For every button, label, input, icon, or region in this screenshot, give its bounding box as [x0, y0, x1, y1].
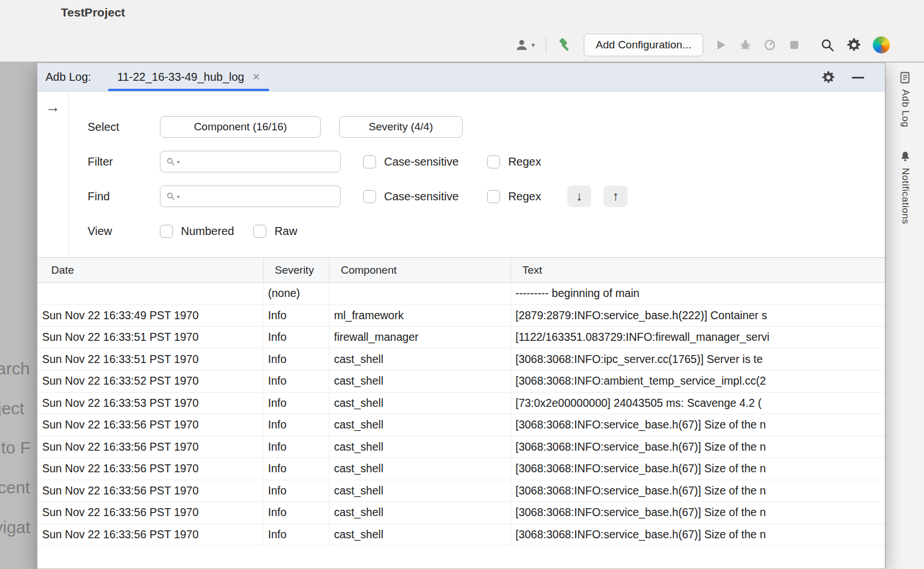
cell-severity: Info [263, 436, 329, 458]
cell-date: Sun Nov 22 16:33:53 PST 1970 [38, 393, 263, 414]
table-row[interactable]: Sun Nov 22 16:33:56 PST 1970Infocast_she… [38, 502, 885, 524]
filter-form: Select Component (16/16) Severity (4/4) … [69, 92, 885, 257]
cell-severity: Info [263, 349, 329, 370]
column-header-component[interactable]: Component [329, 258, 511, 282]
search-icon [820, 38, 835, 53]
settings-button[interactable] [846, 37, 862, 53]
raw-checkbox[interactable] [253, 225, 266, 238]
table-row[interactable]: Sun Nov 22 16:33:51 PST 1970Infocast_she… [38, 349, 885, 371]
cell-component: cast_shell [329, 436, 511, 458]
chevron-down-icon[interactable]: ▾ [177, 193, 180, 200]
toolbar-divider [546, 36, 546, 53]
user-icon [514, 38, 529, 52]
filter-section: → Select Component (16/16) Severity (4/4… [38, 92, 885, 258]
find-next-button[interactable]: ↓ [567, 185, 591, 207]
cell-date [38, 283, 263, 304]
titlebar: TestProject ▾ Add Configuration... [0, 0, 924, 62]
filter-case-sensitive-checkbox[interactable] [363, 155, 376, 168]
column-header-text[interactable]: Text [511, 258, 885, 282]
log-tab[interactable]: 11-22_16-33-49_hub_log ✕ [108, 63, 269, 91]
cell-component: firewall_manager [329, 327, 511, 348]
severity-filter-button[interactable]: Severity (4/4) [339, 116, 463, 138]
cell-severity: Info [263, 502, 329, 523]
arrow-up-icon: ↑ [612, 189, 618, 204]
table-row[interactable]: Sun Nov 22 16:33:51 PST 1970Infofirewall… [38, 327, 885, 349]
cell-severity: (none) [263, 283, 329, 304]
table-row[interactable]: Sun Nov 22 16:33:56 PST 1970Infocast_she… [38, 458, 885, 480]
case-sensitive-label: Case-sensitive [384, 190, 459, 203]
cell-date: Sun Nov 22 16:33:56 PST 1970 [38, 502, 263, 523]
cell-component: ml_framework [329, 305, 511, 327]
cell-text: [3068:3068:INFO:service_base.h(67)] Size… [511, 502, 885, 523]
table-row[interactable]: Sun Nov 22 16:33:53 PST 1970Infocast_she… [38, 393, 885, 415]
tool-button-label: Notifications [900, 168, 911, 224]
component-filter-button[interactable]: Component (16/16) [160, 116, 321, 138]
filter-regex-checkbox[interactable] [487, 155, 500, 168]
assistant-button[interactable] [873, 36, 890, 53]
cell-severity: Info [263, 524, 329, 546]
colorful-logo-icon [873, 36, 890, 53]
find-case-sensitive-group: Case-sensitive [363, 190, 459, 203]
cell-severity: Info [263, 370, 329, 392]
background-text-fragment: vigat [0, 518, 30, 537]
cell-component: cast_shell [329, 393, 511, 414]
user-profile-button[interactable]: ▾ [514, 38, 535, 52]
find-case-sensitive-checkbox[interactable] [363, 190, 376, 203]
background-text-fragment: ject [0, 399, 24, 418]
cell-component: cast_shell [329, 370, 511, 392]
case-sensitive-label: Case-sensitive [384, 155, 459, 168]
filter-case-sensitive-group: Case-sensitive [363, 155, 459, 168]
panel-title: Adb Log: [46, 71, 91, 84]
table-row[interactable]: Sun Nov 22 16:33:56 PST 1970Infocast_she… [38, 480, 885, 502]
log-table-body: (none)--------- beginning of mainSun Nov… [38, 283, 885, 568]
find-input[interactable] [185, 190, 336, 203]
find-previous-button[interactable]: ↑ [604, 185, 628, 207]
table-row[interactable]: Sun Nov 22 16:33:56 PST 1970Infocast_she… [38, 524, 885, 546]
table-row[interactable]: Sun Nov 22 16:33:49 PST 1970Infoml_frame… [38, 305, 885, 327]
raw-group: Raw [253, 225, 297, 238]
cell-text: [2879:2879:INFO:service_base.h(222)] Con… [511, 305, 885, 327]
numbered-group: Numbered [160, 225, 234, 238]
tool-button-notifications[interactable]: Notifications [899, 150, 911, 224]
cell-component: cast_shell [329, 524, 511, 546]
add-configuration-button[interactable]: Add Configuration... [584, 34, 703, 56]
cell-date: Sun Nov 22 16:33:56 PST 1970 [38, 436, 263, 458]
tool-window-bar: Adb Log Notifications [885, 63, 924, 569]
profile-button[interactable] [763, 38, 777, 52]
select-row: Select Component (16/16) Severity (4/4) [69, 116, 885, 138]
table-row[interactable]: (none)--------- beginning of main [38, 283, 885, 305]
background-text-fragment: cent [0, 478, 30, 497]
close-icon[interactable]: ✕ [252, 72, 260, 82]
cell-component: cast_shell [329, 414, 511, 436]
cell-date: Sun Nov 22 16:33:51 PST 1970 [38, 327, 263, 348]
scroll-to-end-icon[interactable]: → [46, 100, 60, 257]
build-button[interactable] [557, 37, 573, 53]
hammer-icon [557, 37, 573, 53]
gear-icon[interactable] [821, 70, 836, 85]
cell-text: --------- beginning of main [511, 283, 885, 304]
log-table-head: DateSeverityComponentText [38, 258, 885, 283]
select-label: Select [69, 121, 160, 134]
minimize-icon[interactable] [852, 77, 864, 79]
tool-button-adb-log[interactable]: Adb Log [900, 72, 911, 127]
main-toolbar: ▾ Add Configuration... [514, 33, 890, 57]
column-header-date[interactable]: Date [38, 258, 263, 282]
stop-button[interactable] [787, 38, 801, 52]
column-header-severity[interactable]: Severity [263, 258, 329, 282]
cell-component: cast_shell [329, 458, 511, 480]
debug-button[interactable] [739, 38, 752, 52]
tool-button-label: Adb Log [900, 89, 911, 127]
search-everywhere-button[interactable] [820, 38, 835, 53]
table-row[interactable]: Sun Nov 22 16:33:56 PST 1970Infocast_she… [38, 414, 885, 436]
filter-input[interactable] [185, 155, 336, 168]
background-editor-strip: arch ject to F cent vigat [0, 63, 37, 569]
chevron-down-icon: ▾ [531, 42, 535, 48]
table-row[interactable]: Sun Nov 22 16:33:52 PST 1970Infocast_she… [38, 370, 885, 393]
run-button[interactable] [714, 38, 728, 52]
find-regex-checkbox[interactable] [487, 190, 500, 203]
table-row[interactable]: Sun Nov 22 16:33:56 PST 1970Infocast_she… [38, 436, 885, 459]
cell-date: Sun Nov 22 16:33:56 PST 1970 [38, 458, 263, 480]
cell-component [329, 283, 511, 304]
numbered-checkbox[interactable] [160, 225, 173, 238]
chevron-down-icon[interactable]: ▾ [177, 159, 180, 165]
